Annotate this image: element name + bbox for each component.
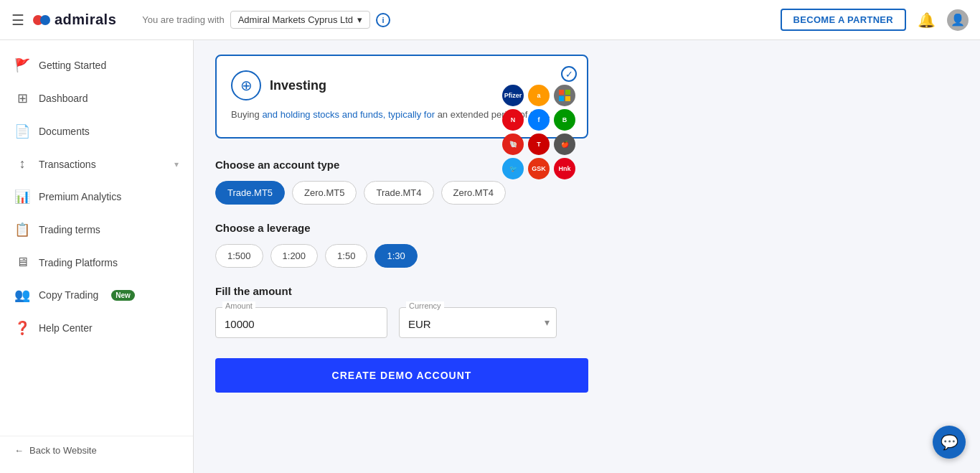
menu-icon[interactable]: ☰ xyxy=(11,11,24,29)
facebook-logo: f xyxy=(528,109,550,131)
sidebar-item-transactions[interactable]: ↕ Transactions ▾ xyxy=(0,148,193,180)
trading-with-text: You are trading with xyxy=(142,14,224,25)
new-badge-copy-trading: New xyxy=(111,290,135,301)
choose-leverage-label: Choose a leverage xyxy=(215,222,958,234)
sidebar-icon-premium-analytics: 📊 xyxy=(14,189,30,205)
stock-logos: Pfizer a N f B 🐚 T 🍎 🐦 GSK Hnk xyxy=(502,85,577,179)
leverage-section: Choose a leverage 1:5001:2001:501:30 xyxy=(215,222,958,268)
chat-fab-button[interactable]: 💬 xyxy=(933,426,966,459)
svg-rect-0 xyxy=(559,90,564,95)
sidebar-label-transactions: Transactions xyxy=(39,159,96,170)
amazon-logo: a xyxy=(528,85,550,106)
microsoft-logo xyxy=(554,85,575,106)
amount-label: Amount xyxy=(222,301,255,310)
sidebar-icon-copy-trading: 👥 xyxy=(14,287,30,303)
avatar[interactable]: 👤 xyxy=(947,9,969,31)
bayer-logo: B xyxy=(554,109,575,131)
account-type-btn-3[interactable]: Zero.MT4 xyxy=(441,181,506,205)
leverage-buttons: 1:5001:2001:501:30 xyxy=(215,244,958,268)
info-icon[interactable]: i xyxy=(376,13,390,27)
header-right: BECOME A PARTNER 🔔 👤 xyxy=(781,9,969,31)
account-type-btn-0[interactable]: Trade.MT5 xyxy=(215,181,285,205)
tesla-logo: T xyxy=(528,134,550,155)
sidebar-label-trading-platforms: Trading Platforms xyxy=(39,257,118,268)
sidebar-item-trading-platforms[interactable]: 🖥 Trading Platforms xyxy=(0,246,193,278)
leverage-btn-3[interactable]: 1:30 xyxy=(374,244,417,268)
currency-label: Currency xyxy=(406,301,444,310)
expand-arrow-transactions: ▾ xyxy=(174,159,179,169)
account-type-buttons: Trade.MT5Zero.MT5Trade.MT4Zero.MT4 xyxy=(215,181,958,205)
sidebar-icon-help-center: ❓ xyxy=(14,320,30,336)
choose-account-label: Choose an account type xyxy=(215,159,958,171)
twitter-logo: 🐦 xyxy=(502,158,524,179)
logo-dot-blue xyxy=(40,15,50,25)
top-header: ☰ admirals You are trading with Admiral … xyxy=(0,0,980,40)
arrow-left-icon: ← xyxy=(14,445,24,456)
sidebar-item-documents[interactable]: 📄 Documents xyxy=(0,115,193,148)
leverage-btn-0[interactable]: 1:500 xyxy=(215,244,263,268)
sidebar-item-help-center[interactable]: ❓ Help Center xyxy=(0,312,193,345)
amount-fields: Amount Currency EUR USD GBP ▾ xyxy=(215,307,958,338)
account-type-section: Choose an account type Trade.MT5Zero.MT5… xyxy=(215,159,958,205)
pfizer-logo: Pfizer xyxy=(502,85,524,106)
sidebar-item-premium-analytics[interactable]: 📊 Premium Analytics xyxy=(0,180,193,213)
broker-dropdown[interactable]: Admiral Markets Cyprus Ltd ▾ xyxy=(230,11,370,29)
amount-field-wrap: Amount xyxy=(215,307,387,338)
become-partner-button[interactable]: BECOME A PARTNER xyxy=(781,9,906,31)
sidebar-item-copy-trading[interactable]: 👥 Copy Trading New xyxy=(0,278,193,312)
sidebar-label-premium-analytics: Premium Analytics xyxy=(39,191,121,202)
card-icon: ⊕ xyxy=(231,70,261,100)
sidebar-item-trading-terms[interactable]: 📋 Trading terms xyxy=(0,213,193,246)
create-demo-account-button[interactable]: CREATE DEMO ACCOUNT xyxy=(215,358,588,393)
sidebar-label-dashboard: Dashboard xyxy=(39,93,88,104)
sidebar-icon-dashboard: ⊞ xyxy=(14,90,30,106)
main-content: ✓ ⊕ Investing Buying and holding stocks … xyxy=(194,40,980,473)
currency-field-wrap: Currency EUR USD GBP ▾ xyxy=(399,307,557,338)
leverage-btn-2[interactable]: 1:50 xyxy=(325,244,367,268)
sidebar-icon-trading-terms: 📋 xyxy=(14,222,30,238)
back-to-website-link[interactable]: ← Back to Website xyxy=(14,445,179,456)
shell-logo: 🐚 xyxy=(502,134,524,155)
svg-rect-1 xyxy=(565,90,570,95)
logo-dots xyxy=(33,15,50,25)
sidebar: 🚩 Getting Started ⊞ Dashboard 📄 Document… xyxy=(0,40,194,473)
sidebar-icon-trading-platforms: 🖥 xyxy=(14,255,30,270)
back-to-website-label: Back to Website xyxy=(29,445,97,456)
fill-amount-label: Fill the amount xyxy=(215,285,958,297)
svg-rect-3 xyxy=(565,96,570,101)
card-title: Investing xyxy=(270,78,326,93)
chat-icon: 💬 xyxy=(941,434,958,451)
investing-icon: ⊕ xyxy=(240,77,253,94)
amount-section: Fill the amount Amount Currency EUR USD … xyxy=(215,285,958,338)
logo-text: admirals xyxy=(55,11,116,28)
sidebar-label-getting-started: Getting Started xyxy=(39,60,106,71)
currency-select[interactable]: EUR USD GBP xyxy=(399,307,557,338)
notification-icon[interactable]: 🔔 xyxy=(918,11,936,29)
svg-rect-2 xyxy=(559,96,564,101)
sidebar-item-dashboard[interactable]: ⊞ Dashboard xyxy=(0,82,193,115)
amount-input[interactable] xyxy=(215,307,387,338)
sidebar-bottom: ← Back to Website xyxy=(0,436,193,464)
netflix-logo: N xyxy=(502,109,524,131)
sidebar-icon-documents: 📄 xyxy=(14,123,30,139)
sidebar-label-trading-terms: Trading terms xyxy=(39,224,100,235)
app-layout: 🚩 Getting Started ⊞ Dashboard 📄 Document… xyxy=(0,40,980,473)
henkel-logo: Hnk xyxy=(554,158,575,179)
sidebar-icon-transactions: ↕ xyxy=(14,156,30,172)
sidebar-label-documents: Documents xyxy=(39,126,90,137)
logo: admirals xyxy=(33,11,116,28)
card-check-icon: ✓ xyxy=(561,66,577,82)
trading-with-label: You are trading with Admiral Markets Cyp… xyxy=(142,11,390,29)
header-left: ☰ admirals You are trading with Admiral … xyxy=(11,11,390,29)
investing-card: ✓ ⊕ Investing Buying and holding stocks … xyxy=(215,55,588,139)
account-type-btn-2[interactable]: Trade.MT4 xyxy=(364,181,433,205)
sidebar-label-copy-trading: Copy Trading xyxy=(39,289,98,301)
account-type-btn-1[interactable]: Zero.MT5 xyxy=(292,181,357,205)
broker-name: Admiral Markets Cyprus Ltd xyxy=(238,14,353,25)
sidebar-icon-getting-started: 🚩 xyxy=(14,57,30,73)
apple-logo: 🍎 xyxy=(554,134,575,155)
sidebar-item-getting-started[interactable]: 🚩 Getting Started xyxy=(0,49,193,82)
gsk-logo: GSK xyxy=(528,158,550,179)
chevron-down-icon: ▾ xyxy=(357,14,362,25)
leverage-btn-1[interactable]: 1:200 xyxy=(270,244,319,268)
